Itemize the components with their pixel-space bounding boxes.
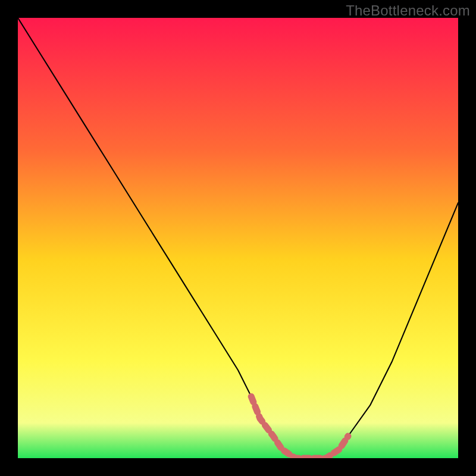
plot-area	[18, 18, 458, 458]
chart-frame: { "watermark": "TheBottleneck.com", "col…	[0, 0, 476, 476]
gradient-background	[18, 18, 458, 458]
chart-svg	[18, 18, 458, 458]
watermark-text: TheBottleneck.com	[346, 2, 470, 19]
